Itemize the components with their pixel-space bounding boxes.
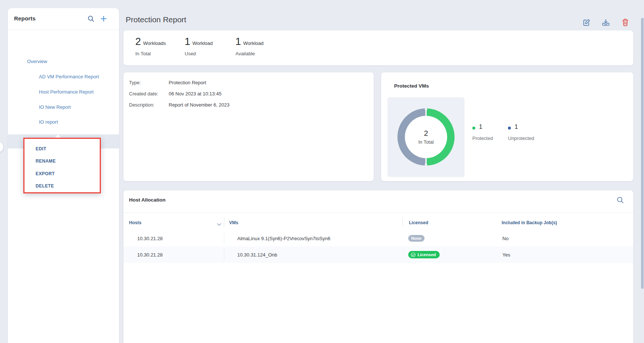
sidebar-item-label: IO New Report — [39, 104, 71, 110]
cell-included: No — [502, 230, 509, 246]
context-menu-item-edit[interactable]: EDIT — [36, 145, 46, 153]
check-circle-icon — [411, 252, 416, 257]
stat-label: Available — [235, 51, 264, 56]
stat-value: 2 — [135, 36, 141, 48]
column-header-hosts[interactable]: Hosts — [129, 220, 141, 225]
donut-total-caption: In Total — [418, 139, 434, 145]
vertical-scrollbar[interactable] — [641, 18, 644, 289]
protected-vms-card: Protected VMs 2 In Total 1Protected1Unpr… — [381, 72, 633, 181]
cell-host: 10.30.21.28 — [137, 230, 163, 246]
sidebar-item-label: IO report — [39, 119, 58, 125]
none-badge: None — [408, 235, 425, 242]
stat-unit: Workload — [243, 40, 264, 46]
table-body: 10.30.21.28AlmaLinux 9.1(Syn6)-P2VrecovS… — [123, 230, 633, 263]
stat-unit: Workload — [192, 40, 213, 46]
legend-value: 1 — [479, 124, 495, 130]
context-menu-item-export[interactable]: EXPORT — [36, 170, 55, 177]
detail-label: Created date: — [129, 88, 169, 99]
delete-icon[interactable] — [621, 18, 630, 27]
sidebar-item-label: AD VM Performance Report — [39, 74, 99, 79]
cell-host: 10.30.21.28 — [137, 246, 163, 263]
sidebar-divider — [8, 30, 119, 30]
chevron-down-icon[interactable] — [217, 221, 221, 228]
table-row: 10.30.21.2810.30.31.124_OnbLicensedYes — [123, 246, 633, 263]
page-title: Protection Report — [126, 15, 186, 24]
context-menu: EDITRENAMEEXPORTDELETE — [23, 138, 101, 193]
chart-legend: 1Protected1Unprotected — [472, 124, 534, 141]
legend-item-protected: 1Protected — [472, 124, 495, 141]
header-actions — [582, 18, 630, 27]
card-divider — [123, 212, 633, 213]
donut-chart: 2 In Total — [397, 108, 455, 166]
column-header-included: Included in Backup Job(s) — [502, 220, 557, 225]
legend-dot-icon — [472, 127, 475, 130]
host-allocation-title: Host Allocation — [129, 197, 166, 203]
badge-label: Licensed — [417, 252, 436, 257]
stat-label: In Total — [135, 51, 166, 56]
stat-value: 1 — [235, 36, 241, 48]
licensed-badge: Licensed — [408, 251, 440, 258]
row-divider — [224, 233, 224, 244]
detail-row: Description:Report of November 6, 2023 — [129, 99, 368, 111]
sidebar-item-host-performance-report[interactable]: Host Performance Report — [8, 84, 119, 99]
legend-label: Protected — [472, 135, 495, 141]
workload-stats-card: 2WorkloadsIn Total1WorkloadUsed1Workload… — [123, 30, 633, 65]
stat-unit: Workloads — [143, 40, 166, 46]
detail-value: Report of November 6, 2023 — [169, 99, 229, 111]
sidebar-item-overview[interactable]: Overview — [8, 54, 119, 69]
sidebar-item-io-new-report[interactable]: IO New Report — [8, 99, 119, 114]
cell-licensed: None — [408, 230, 425, 246]
detail-value: 06 Nov 2023 at 10:13:45 — [169, 88, 221, 99]
sidebar-item-ad-vm-performance-report[interactable]: AD VM Performance Report — [8, 69, 119, 84]
protected-vms-chart: 2 In Total — [387, 97, 465, 177]
detail-row: Created date:06 Nov 2023 at 10:13:45 — [129, 88, 368, 99]
workload-stat: 1WorkloadUsed — [185, 36, 213, 56]
cell-licensed: Licensed — [408, 246, 440, 263]
stat-value: 1 — [185, 36, 190, 48]
detail-row: Type:Protection Report — [129, 77, 368, 88]
protected-vms-title: Protected VMs — [394, 83, 429, 89]
table-header: Hosts VMs Licensed Included in Backup Jo… — [123, 216, 633, 230]
sidebar-item-label: Overview — [27, 59, 47, 64]
edit-icon[interactable] — [582, 18, 591, 27]
legend-dot-icon — [508, 127, 511, 130]
sidebar-header: Reports — [8, 8, 119, 30]
legend-item-unprotected: 1Unprotected — [508, 124, 534, 141]
cell-vm: AlmaLinux 9.1(Syn6)-P2VrecovSyn7toSyn6 — [237, 230, 330, 246]
workload-stat: 2WorkloadsIn Total — [135, 36, 166, 56]
sidebar-item-label: Host Performance Report — [39, 89, 93, 95]
context-menu-item-delete[interactable]: DELETE — [36, 182, 54, 190]
legend-label: Unprotected — [508, 135, 534, 141]
table-search-icon[interactable] — [616, 196, 625, 205]
column-divider — [224, 218, 224, 226]
legend-value: 1 — [515, 124, 534, 130]
column-divider — [402, 218, 403, 226]
donut-total-value: 2 — [424, 129, 428, 138]
cell-included: Yes — [502, 246, 510, 263]
sidebar-item-io-report[interactable]: IO report — [8, 114, 119, 129]
cell-vm: 10.30.31.124_Onb — [237, 246, 277, 263]
detail-value: Protection Report — [169, 77, 206, 88]
table-row: 10.30.21.28AlmaLinux 9.1(Syn6)-P2VrecovS… — [123, 230, 633, 246]
export-icon[interactable] — [601, 18, 610, 27]
detail-label: Description: — [129, 99, 169, 111]
workload-stat: 1WorkloadAvailable — [235, 36, 264, 56]
plus-icon[interactable] — [99, 14, 108, 23]
row-divider — [224, 249, 224, 260]
stat-label: Used — [185, 51, 213, 56]
sidebar-collapse-handle[interactable] — [0, 142, 3, 152]
sidebar-title: Reports — [14, 15, 36, 22]
search-icon[interactable] — [86, 14, 95, 23]
column-header-vms: VMs — [229, 220, 238, 225]
host-allocation-card: Host Allocation Hosts VMs Licensed Inclu… — [123, 190, 633, 343]
context-menu-item-rename[interactable]: RENAME — [36, 157, 56, 165]
report-details-card: Type:Protection ReportCreated date:06 No… — [123, 72, 374, 181]
detail-label: Type: — [129, 77, 169, 88]
column-header-licensed: Licensed — [409, 220, 428, 225]
